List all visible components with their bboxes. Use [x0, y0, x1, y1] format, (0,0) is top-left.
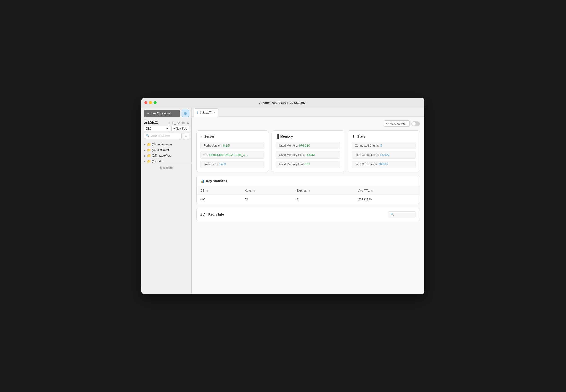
- refresh-cycle-icon: ⟳: [386, 122, 389, 125]
- db-selector[interactable]: DB0 ▾: [144, 126, 170, 131]
- filter-icon: □: [185, 134, 187, 137]
- folder-icon: 📁: [147, 142, 151, 146]
- used-memory-lua-stat: Used Memory Lua: 37K: [276, 161, 340, 168]
- key-statistics-header: 📊 Key Statistics: [197, 176, 420, 186]
- auto-refresh-toggle[interactable]: [411, 121, 420, 126]
- table-row[interactable]: db0 34 3 20231799: [197, 195, 420, 204]
- folder-icon: 📁: [147, 148, 151, 152]
- memory-card: ▐ Memory Used Memory: 976.02K Used Memor…: [272, 130, 344, 172]
- home-icon[interactable]: ⌂: [168, 121, 170, 125]
- col-expires[interactable]: Expires ⇅: [293, 186, 354, 195]
- tab-connection[interactable]: ℹ 沉默王二 ✕: [194, 108, 218, 117]
- sort-icon: ⇅: [206, 189, 208, 192]
- cell-expires: 3: [293, 195, 354, 204]
- chevron-down-icon: ▾: [166, 127, 168, 130]
- new-key-button[interactable]: + New Key: [171, 126, 189, 131]
- cell-db: db0: [197, 195, 241, 204]
- refresh-icon[interactable]: ⟳: [177, 121, 180, 125]
- table-header-row: DB ⇅ Keys ⇅ Expires ⇅: [197, 186, 420, 195]
- process-id-stat: Process ID: 1459: [200, 161, 264, 168]
- sidebar: ＋ New Connection ⚙ 沉默王二 ⌂ >_ ⟳ ⊞ ∧: [142, 107, 192, 294]
- auto-refresh-button[interactable]: ⟳ Auto Refresh: [384, 120, 409, 127]
- maximize-button[interactable]: [154, 101, 157, 104]
- col-keys[interactable]: Keys ⇅: [241, 186, 293, 195]
- all-redis-info-section: ℹ All Redis Info 🔍: [196, 208, 420, 221]
- sort-icon: ⇅: [371, 189, 373, 192]
- all-redis-title-group: ℹ All Redis Info: [200, 212, 224, 216]
- grid-icon[interactable]: ⊞: [182, 121, 185, 125]
- sidebar-header: ＋ New Connection ⚙: [142, 107, 191, 119]
- connected-clients-stat: Connected Clients: 5: [352, 142, 416, 149]
- list-item[interactable]: ▶ 📁 (3) likeCount: [142, 147, 191, 153]
- tree-arrow-icon: ▶: [144, 143, 146, 146]
- sort-icon: ⇅: [308, 189, 310, 192]
- main-layout: ＋ New Connection ⚙ 沉默王二 ⌂ >_ ⟳ ⊞ ∧: [142, 107, 424, 294]
- key-statistics-section: 📊 Key Statistics DB ⇅: [196, 176, 420, 204]
- os-stat: OS: Linux4.18.0-240.22.1.el8_3....: [200, 151, 264, 159]
- connection-name: 沉默王二: [144, 120, 158, 125]
- col-db[interactable]: DB ⇅: [197, 186, 241, 195]
- window-title: Another Redis DeskTop Manager: [259, 101, 306, 104]
- all-redis-info-header: ℹ All Redis Info 🔍: [197, 208, 420, 221]
- tab-info-icon: ℹ: [197, 111, 198, 114]
- server-icon: ≡: [200, 134, 203, 139]
- connection-name-row: 沉默王二 ⌂ >_ ⟳ ⊞ ∧: [142, 119, 191, 126]
- app-window: Another Redis DeskTop Manager ＋ New Conn…: [142, 98, 424, 294]
- used-memory-peak-stat: Used Memory Peak: 1.59M: [276, 151, 340, 159]
- total-connections-stat: Total Connections: 162123: [352, 151, 416, 159]
- server-card: ≡ Server Redis Version: 6.2.5 OS: Linux4…: [196, 130, 268, 172]
- cell-keys: 34: [241, 195, 293, 204]
- sort-icon: ⇅: [253, 189, 255, 192]
- auto-refresh-bar: ⟳ Auto Refresh: [196, 120, 420, 127]
- new-connection-button[interactable]: ＋ New Connection: [144, 110, 180, 117]
- db-select-row: DB0 ▾ + New Key: [142, 126, 191, 133]
- tab-bar: ℹ 沉默王二 ✕: [192, 107, 424, 117]
- settings-button[interactable]: ⚙: [182, 110, 189, 117]
- folder-icon: 📁: [147, 159, 151, 163]
- tree-arrow-icon: ▶: [144, 154, 146, 157]
- connection-icons: ⌂ >_ ⟳ ⊞ ∧: [168, 121, 189, 125]
- server-card-title: ≡ Server: [200, 134, 264, 139]
- info-icon: ℹ: [200, 212, 202, 216]
- list-item[interactable]: ▶ 📁 (3) codingmore: [142, 142, 191, 147]
- traffic-lights: [144, 101, 157, 104]
- stats-icon: 🌡: [352, 134, 356, 139]
- redis-version-stat: Redis Version: 6.2.5: [200, 142, 264, 149]
- tree-area: ▶ 📁 (3) codingmore ▶ 📁 (3) likeCount ▶ 📁…: [142, 141, 191, 294]
- all-redis-search[interactable]: 🔍: [388, 211, 416, 217]
- cards-row: ≡ Server Redis Version: 6.2.5 OS: Linux4…: [196, 130, 420, 172]
- memory-icon: ▐: [276, 134, 278, 139]
- col-avg-ttl[interactable]: Avg TTL ⇅: [354, 186, 420, 195]
- titlebar: Another Redis DeskTop Manager: [142, 98, 424, 107]
- top-row: ＋ New Connection ⚙: [144, 110, 189, 117]
- key-statistics-table: DB ⇅ Keys ⇅ Expires ⇅: [197, 186, 420, 204]
- bar-chart-icon: 📊: [200, 179, 204, 183]
- search-row: 🔍 Enter To Search □: [142, 133, 191, 141]
- search-icon: 🔍: [391, 213, 394, 216]
- list-item[interactable]: ▶ 📁 (27) pageView: [142, 153, 191, 158]
- plus-icon: ＋: [147, 112, 149, 115]
- used-memory-stat: Used Memory: 976.02K: [276, 142, 340, 149]
- tab-close-icon[interactable]: ✕: [213, 111, 215, 114]
- folder-icon: 📁: [147, 154, 151, 157]
- search-input[interactable]: 🔍 Enter To Search: [144, 133, 182, 139]
- stats-card-title: 🌡 Stats: [352, 134, 416, 139]
- stats-card: 🌡 Stats Connected Clients: 5 Total Conne…: [348, 130, 420, 172]
- load-more-button[interactable]: load more: [142, 164, 191, 171]
- search-icon: 🔍: [146, 134, 149, 138]
- search-filter-button[interactable]: □: [183, 133, 189, 139]
- key-statistics-table-container: DB ⇅ Keys ⇅ Expires ⇅: [197, 186, 420, 204]
- terminal-icon[interactable]: >_: [172, 121, 175, 125]
- list-item[interactable]: ▶ 📁 (1) redis: [142, 158, 191, 164]
- total-commands-stat: Total Commands: 366527: [352, 161, 416, 168]
- minimize-button[interactable]: [149, 101, 152, 104]
- cell-avg-ttl: 20231799: [354, 195, 420, 204]
- close-button[interactable]: [144, 101, 147, 104]
- collapse-icon[interactable]: ∧: [187, 121, 189, 125]
- settings-icon: ⚙: [184, 111, 187, 116]
- content-area: ⟳ Auto Refresh ≡ Server Redis Vers: [192, 117, 424, 294]
- memory-card-title: ▐ Memory: [276, 134, 340, 139]
- tree-arrow-icon: ▶: [144, 149, 146, 152]
- right-panel: ℹ 沉默王二 ✕ ⟳ Auto Refresh: [192, 107, 424, 294]
- tree-arrow-icon: ▶: [144, 160, 146, 163]
